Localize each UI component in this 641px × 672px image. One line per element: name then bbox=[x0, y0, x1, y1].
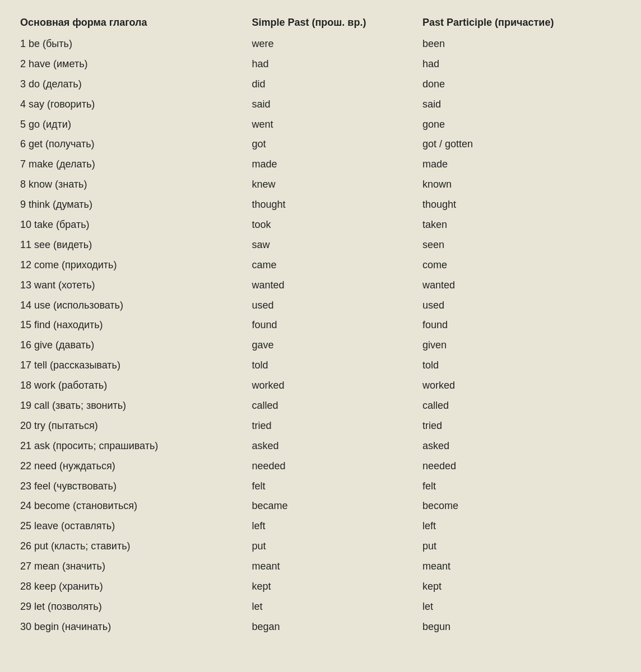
cell-simple-past: called bbox=[247, 396, 418, 416]
cell-past-participle: left bbox=[418, 516, 625, 536]
cell-past-participle: felt bbox=[418, 477, 625, 497]
cell-base-form: 6 get (получать) bbox=[16, 134, 247, 155]
cell-base-form: 14 use (использовать) bbox=[16, 296, 247, 316]
cell-simple-past: tried bbox=[247, 416, 418, 436]
cell-simple-past: made bbox=[247, 155, 418, 175]
table-row: 13 want (хотеть)wantedwanted bbox=[16, 276, 625, 296]
cell-simple-past: thought bbox=[247, 195, 418, 215]
cell-base-form: 9 think (думать) bbox=[16, 195, 247, 215]
cell-simple-past: felt bbox=[247, 477, 418, 497]
cell-past-participle: kept bbox=[418, 577, 625, 597]
cell-simple-past: got bbox=[247, 134, 418, 155]
cell-past-participle: done bbox=[418, 74, 625, 95]
cell-past-participle: gone bbox=[418, 115, 625, 135]
table-row: 24 become (становиться)becamebecome bbox=[16, 496, 625, 516]
cell-simple-past: asked bbox=[247, 436, 418, 456]
cell-simple-past: found bbox=[247, 315, 418, 335]
cell-base-form: 27 mean (значить) bbox=[16, 557, 247, 577]
cell-base-form: 11 see (видеть) bbox=[16, 235, 247, 255]
cell-simple-past: gave bbox=[247, 335, 418, 356]
cell-past-participle: been bbox=[418, 34, 625, 54]
cell-past-participle: given bbox=[418, 335, 625, 356]
cell-base-form: 17 tell (рассказывать) bbox=[16, 356, 247, 376]
table-row: 30 begin (начинать)beganbegun bbox=[16, 617, 625, 637]
table-row: 29 let (позволять)letlet bbox=[16, 597, 625, 617]
cell-simple-past: began bbox=[247, 617, 418, 637]
table-row: 16 give (давать)gavegiven bbox=[16, 335, 625, 356]
table-row: 20 try (пытаться)triedtried bbox=[16, 416, 625, 436]
table-row: 28 keep (хранить)keptkept bbox=[16, 577, 625, 597]
cell-past-participle: called bbox=[418, 396, 625, 416]
cell-past-participle: worked bbox=[418, 376, 625, 396]
cell-past-participle: let bbox=[418, 597, 625, 617]
table-row: 4 say (говорить)saidsaid bbox=[16, 95, 625, 115]
cell-base-form: 26 put (класть; ставить) bbox=[16, 536, 247, 557]
cell-simple-past: did bbox=[247, 74, 418, 95]
cell-base-form: 4 say (говорить) bbox=[16, 95, 247, 115]
cell-past-participle: wanted bbox=[418, 276, 625, 296]
table-row: 15 find (находить)foundfound bbox=[16, 315, 625, 335]
cell-base-form: 23 feel (чувствовать) bbox=[16, 477, 247, 497]
cell-base-form: 29 let (позволять) bbox=[16, 597, 247, 617]
cell-simple-past: became bbox=[247, 496, 418, 516]
cell-past-participle: had bbox=[418, 54, 625, 74]
table-row: 6 get (получать)gotgot / gotten bbox=[16, 134, 625, 155]
cell-simple-past: kept bbox=[247, 577, 418, 597]
cell-past-participle: made bbox=[418, 155, 625, 175]
header-simple-past: Simple Past (прош. вр.) bbox=[247, 13, 418, 34]
cell-base-form: 21 ask (просить; спрашивать) bbox=[16, 436, 247, 456]
table-row: 27 mean (значить)meantmeant bbox=[16, 557, 625, 577]
cell-past-participle: put bbox=[418, 536, 625, 557]
table-row: 5 go (идти)wentgone bbox=[16, 115, 625, 135]
cell-base-form: 20 try (пытаться) bbox=[16, 416, 247, 436]
cell-past-participle: used bbox=[418, 296, 625, 316]
table-row: 10 take (брать)tooktaken bbox=[16, 215, 625, 235]
table-row: 19 call (звать; звонить)calledcalled bbox=[16, 396, 625, 416]
cell-simple-past: left bbox=[247, 516, 418, 536]
cell-base-form: 18 work (работать) bbox=[16, 376, 247, 396]
cell-base-form: 30 begin (начинать) bbox=[16, 617, 247, 637]
cell-simple-past: used bbox=[247, 296, 418, 316]
cell-base-form: 22 need (нуждаться) bbox=[16, 456, 247, 477]
cell-past-participle: said bbox=[418, 95, 625, 115]
cell-base-form: 7 make (делать) bbox=[16, 155, 247, 175]
cell-past-participle: thought bbox=[418, 195, 625, 215]
table-row: 2 have (иметь)hadhad bbox=[16, 54, 625, 74]
table-row: 9 think (думать)thoughtthought bbox=[16, 195, 625, 215]
cell-base-form: 10 take (брать) bbox=[16, 215, 247, 235]
cell-base-form: 1 be (быть) bbox=[16, 34, 247, 54]
table-row: 22 need (нуждаться)neededneeded bbox=[16, 456, 625, 477]
cell-simple-past: put bbox=[247, 536, 418, 557]
cell-past-participle: told bbox=[418, 356, 625, 376]
cell-simple-past: let bbox=[247, 597, 418, 617]
cell-past-participle: begun bbox=[418, 617, 625, 637]
cell-past-participle: taken bbox=[418, 215, 625, 235]
cell-base-form: 12 come (приходить) bbox=[16, 255, 247, 276]
cell-simple-past: saw bbox=[247, 235, 418, 255]
table-row: 7 make (делать)mademade bbox=[16, 155, 625, 175]
table-row: 23 feel (чувствовать)feltfelt bbox=[16, 477, 625, 497]
header-past-participle: Past Participle (причастие) bbox=[418, 13, 625, 34]
cell-past-participle: become bbox=[418, 496, 625, 516]
table-row: 8 know (знать)knewknown bbox=[16, 175, 625, 195]
cell-past-participle: needed bbox=[418, 456, 625, 477]
cell-simple-past: needed bbox=[247, 456, 418, 477]
table-row: 1 be (быть)werebeen bbox=[16, 34, 625, 54]
table-row: 17 tell (рассказывать)toldtold bbox=[16, 356, 625, 376]
cell-base-form: 3 do (делать) bbox=[16, 74, 247, 95]
cell-base-form: 19 call (звать; звонить) bbox=[16, 396, 247, 416]
cell-simple-past: knew bbox=[247, 175, 418, 195]
cell-base-form: 13 want (хотеть) bbox=[16, 276, 247, 296]
cell-past-participle: come bbox=[418, 255, 625, 276]
verb-table: Основная форма глагола Simple Past (прош… bbox=[16, 13, 625, 637]
cell-simple-past: came bbox=[247, 255, 418, 276]
table-row: 26 put (класть; ставить)putput bbox=[16, 536, 625, 557]
cell-simple-past: were bbox=[247, 34, 418, 54]
table-row: 21 ask (просить; спрашивать)askedasked bbox=[16, 436, 625, 456]
cell-past-participle: asked bbox=[418, 436, 625, 456]
table-row: 18 work (работать)workedworked bbox=[16, 376, 625, 396]
cell-past-participle: seen bbox=[418, 235, 625, 255]
cell-past-participle: tried bbox=[418, 416, 625, 436]
cell-simple-past: wanted bbox=[247, 276, 418, 296]
cell-simple-past: meant bbox=[247, 557, 418, 577]
